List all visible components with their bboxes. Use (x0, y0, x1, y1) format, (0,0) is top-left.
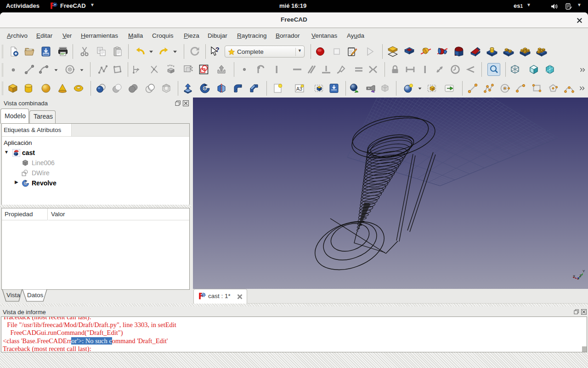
svg-text:Vista: Vista (6, 292, 20, 299)
svg-text:X: X (573, 274, 576, 278)
svg-text:?: ? (215, 46, 220, 53)
svg-text:Z: Z (579, 274, 582, 278)
svg-text:Y: Y (582, 269, 585, 273)
svg-text:Datos: Datos (27, 292, 44, 299)
